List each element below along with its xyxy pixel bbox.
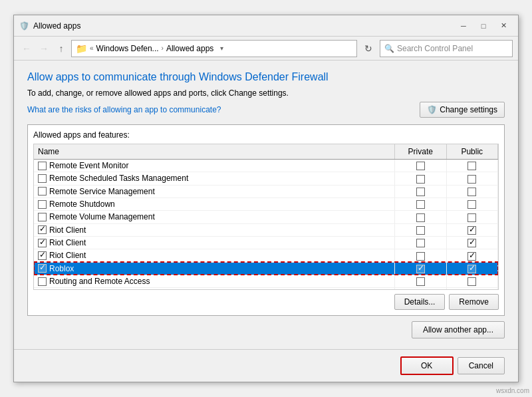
app-name-text: Roblox bbox=[49, 264, 74, 273]
public-checkbox[interactable] bbox=[467, 213, 476, 222]
close-button[interactable]: ✕ bbox=[494, 19, 513, 33]
address-dropdown-button[interactable]: ▾ bbox=[216, 43, 227, 54]
table-row[interactable]: Roblox bbox=[34, 262, 498, 275]
public-checkbox[interactable] bbox=[467, 226, 476, 235]
page-description: To add, change, or remove allowed apps a… bbox=[27, 88, 505, 98]
app-name-text: Routing and Remote Access bbox=[49, 277, 150, 286]
allow-another-app-button[interactable]: Allow another app... bbox=[412, 321, 505, 338]
app-public-cell[interactable] bbox=[446, 198, 498, 210]
table-row[interactable]: Secure Socket Tunneling Protocol bbox=[34, 288, 498, 290]
table-header-row: Name Private Public bbox=[34, 144, 498, 160]
up-button[interactable]: ↑ bbox=[54, 41, 68, 56]
app-name-checkbox[interactable] bbox=[38, 213, 47, 221]
app-public-cell[interactable] bbox=[446, 172, 498, 185]
private-checkbox[interactable] bbox=[416, 252, 425, 261]
private-checkbox[interactable] bbox=[416, 162, 425, 170]
folder-icon: 📁 bbox=[76, 43, 87, 54]
table-row[interactable]: Riot Client bbox=[34, 249, 498, 262]
minimize-button[interactable]: ─ bbox=[454, 19, 473, 33]
app-name-checkbox[interactable] bbox=[38, 187, 47, 196]
content-area: Allow apps to communicate through Window… bbox=[14, 61, 518, 349]
app-name-checkbox[interactable] bbox=[38, 277, 47, 286]
public-checkbox[interactable] bbox=[467, 265, 476, 273]
table-row[interactable]: Routing and Remote Access bbox=[34, 275, 498, 287]
app-public-cell[interactable] bbox=[446, 262, 498, 275]
app-private-cell[interactable] bbox=[395, 223, 447, 236]
allowed-apps-section: Allowed apps and features: Name Private … bbox=[27, 124, 505, 316]
risks-link[interactable]: What are the risks of allowing an app to… bbox=[27, 105, 221, 114]
remove-button[interactable]: Remove bbox=[449, 294, 499, 310]
table-row[interactable]: Remote Event Monitor bbox=[34, 160, 498, 172]
app-name-checkbox[interactable] bbox=[38, 225, 47, 234]
app-private-cell[interactable] bbox=[395, 198, 447, 210]
private-checkbox[interactable] bbox=[416, 175, 425, 184]
app-name-cell: Riot Client bbox=[34, 223, 395, 236]
app-name-checkbox[interactable] bbox=[38, 239, 47, 247]
search-box[interactable]: 🔍 Search Control Panel bbox=[380, 40, 513, 57]
title-bar-left: 🛡️ Allowed apps bbox=[19, 21, 80, 31]
app-name-cell: Riot Client bbox=[34, 249, 395, 262]
app-name-checkbox[interactable] bbox=[38, 251, 47, 260]
public-checkbox[interactable] bbox=[467, 277, 476, 286]
refresh-button[interactable]: ↻ bbox=[360, 40, 377, 57]
private-checkbox[interactable] bbox=[416, 188, 425, 196]
app-public-cell[interactable] bbox=[446, 249, 498, 262]
app-public-cell[interactable] bbox=[446, 275, 498, 287]
private-checkbox[interactable] bbox=[416, 226, 425, 235]
header-row: What are the risks of allowing an app to… bbox=[27, 102, 505, 118]
table-row[interactable]: Remote Shutdown bbox=[34, 198, 498, 210]
app-name-checkbox[interactable] bbox=[38, 162, 47, 170]
public-checkbox[interactable] bbox=[467, 188, 476, 196]
app-private-cell[interactable] bbox=[395, 211, 447, 223]
address-bar[interactable]: 📁 « Windows Defen... › Allowed apps ▾ bbox=[71, 40, 357, 57]
app-public-cell[interactable] bbox=[446, 288, 498, 290]
app-name-checkbox[interactable] bbox=[38, 200, 47, 209]
ok-button[interactable]: OK bbox=[400, 356, 454, 375]
watermark: wsxdn.com bbox=[496, 387, 529, 394]
app-name-text: Remote Volume Management bbox=[49, 212, 155, 221]
forward-button[interactable]: → bbox=[37, 41, 51, 56]
app-private-cell[interactable] bbox=[395, 172, 447, 185]
app-private-cell[interactable] bbox=[395, 288, 447, 290]
app-name-cell: Secure Socket Tunneling Protocol bbox=[34, 288, 395, 290]
table-row[interactable]: Remote Scheduled Tasks Management bbox=[34, 172, 498, 185]
private-checkbox[interactable] bbox=[416, 277, 425, 286]
app-name-checkbox[interactable] bbox=[38, 174, 47, 183]
app-private-cell[interactable] bbox=[395, 236, 447, 249]
app-public-cell[interactable] bbox=[446, 211, 498, 223]
public-checkbox[interactable] bbox=[467, 175, 476, 184]
table-row[interactable]: Riot Client bbox=[34, 236, 498, 249]
app-name-cell: Remote Event Monitor bbox=[34, 160, 395, 172]
app-name-checkbox[interactable] bbox=[38, 264, 47, 273]
app-public-cell[interactable] bbox=[446, 223, 498, 236]
breadcrumb-windows-defender: Windows Defen... bbox=[96, 44, 159, 53]
private-checkbox[interactable] bbox=[416, 200, 425, 209]
app-public-cell[interactable] bbox=[446, 185, 498, 198]
back-button[interactable]: ← bbox=[19, 41, 34, 56]
app-private-cell[interactable] bbox=[395, 185, 447, 198]
private-checkbox[interactable] bbox=[416, 239, 425, 247]
change-settings-button[interactable]: 🛡️ Change settings bbox=[420, 102, 505, 118]
maximize-button[interactable]: □ bbox=[474, 19, 493, 33]
public-checkbox[interactable] bbox=[467, 239, 476, 247]
app-private-cell[interactable] bbox=[395, 262, 447, 275]
app-private-cell[interactable] bbox=[395, 160, 447, 172]
details-button[interactable]: Details... bbox=[394, 294, 446, 310]
table-row[interactable]: Remote Service Management bbox=[34, 185, 498, 198]
table-buttons: Details... Remove bbox=[33, 294, 499, 310]
private-checkbox[interactable] bbox=[416, 265, 425, 273]
public-checkbox[interactable] bbox=[467, 162, 476, 170]
public-checkbox[interactable] bbox=[467, 252, 476, 261]
apps-table-container[interactable]: Name Private Public Remote Event Monitor… bbox=[33, 144, 499, 290]
table-row[interactable]: Riot Client bbox=[34, 223, 498, 236]
app-name-cell: Routing and Remote Access bbox=[34, 275, 395, 287]
app-public-cell[interactable] bbox=[446, 236, 498, 249]
page-title: Allow apps to communicate through Window… bbox=[27, 71, 505, 83]
cancel-button[interactable]: Cancel bbox=[458, 357, 505, 374]
private-checkbox[interactable] bbox=[416, 213, 425, 222]
app-public-cell[interactable] bbox=[446, 160, 498, 172]
public-checkbox[interactable] bbox=[467, 200, 476, 209]
app-private-cell[interactable] bbox=[395, 249, 447, 262]
app-private-cell[interactable] bbox=[395, 275, 447, 287]
table-row[interactable]: Remote Volume Management bbox=[34, 211, 498, 223]
